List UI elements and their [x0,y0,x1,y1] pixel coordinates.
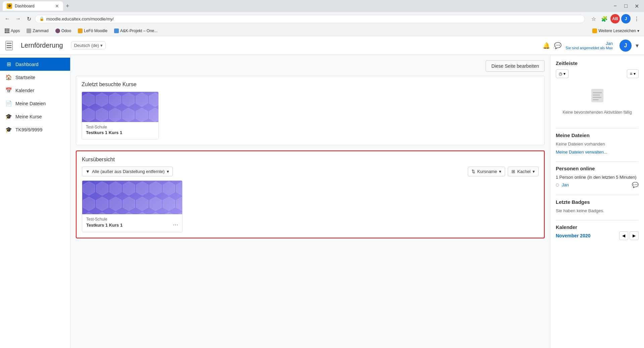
calendar-prev-button[interactable]: ◀ [619,231,628,240]
sidebar-label-dateien: Meine Dateien [15,101,46,106]
badges-title: Letzte Badges [556,199,639,205]
sort-label: Kursname [477,169,497,174]
filters-row: ▼ Alle (außer aus Darstellung entfernte)… [82,167,539,176]
view-chevron-icon: ▾ [533,169,535,174]
chat-bubble-icon[interactable]: 💬 [632,182,639,188]
view-label: Kachel [517,169,531,174]
course-card-thumbnail [82,181,182,214]
user-menu-chevron[interactable]: ▾ [636,42,639,49]
recently-visited-section: Zuletzt besuchte Kurse [76,76,545,145]
maximize-button[interactable]: □ [621,1,631,11]
messages-button[interactable]: 💬 [554,42,561,49]
list-sort-icon: ≡ [630,71,632,76]
sidebar-item-kalender[interactable]: 📅 Kalender [0,84,70,97]
zeitleiste-time-button[interactable]: ◷ ▾ [556,69,568,78]
online-status-indicator [556,183,559,187]
svg-rect-7 [593,97,601,98]
bookmark-lefo[interactable]: LeFö Moodle [76,28,109,34]
bookmark-odoo[interactable]: Odoo [53,28,73,34]
online-user-name[interactable]: Jan [562,182,569,187]
top-nav: ☰ Lernförderung Deutsch (de) ▾ 🔔 💬 Jan S… [0,36,644,55]
right-sidebar: Zeitleiste ◷ ▾ ≡ ▾ [550,55,644,348]
weitere-lesezeichen-label: Weitere Lesezeichen [598,28,636,33]
sidebar-item-startseite[interactable]: 🏠 Startseite [0,71,70,84]
apps-label: Apps [11,28,20,33]
divider-2 [556,161,639,162]
sidebar-label-dashboard: Dashboard [15,62,39,67]
notifications-button[interactable]: 🔔 [543,42,550,49]
course-card-category: Test-Schule [86,217,178,222]
tk99-icon: 🎓 [5,126,12,133]
user-avatar[interactable]: J [620,40,632,52]
sidebar-label-tk99: TK99/9/9999 [15,127,42,132]
lefo-favicon [78,28,83,33]
minimize-button[interactable]: − [610,1,620,11]
sidebar-item-meine-dateien[interactable]: 📄 Meine Dateien [0,97,70,110]
recently-visited-title: Zuletzt besuchte Kurse [82,81,539,88]
filter-dropdown-button[interactable]: ▼ Alle (außer aus Darstellung entfernte)… [82,167,173,176]
forward-button[interactable]: → [13,14,23,23]
view-button[interactable]: ⊞ Kachel ▾ [508,167,539,176]
sidebar-label-startseite: Startseite [15,75,35,80]
calendar-month: November 2020 [556,233,591,238]
address-bar[interactable]: 🔒 moodle.educaltex.com/moodle/my/ [35,15,585,23]
dateien-manage-link[interactable]: Meine Dateien verwalten... [556,150,607,155]
sort-button[interactable]: ⇅ Kursname ▾ [468,167,505,176]
avatar-letter: J [624,43,627,49]
kursübersicht-title: Kursübersicht [82,157,539,163]
dateien-widget-title: Meine Dateien [556,132,639,138]
recent-course-card[interactable]: Test-Schule Testkurs 1 Kurs 1 [82,92,159,139]
sidebar: ⊞ Dashboard 🏠 Startseite 📅 Kalender 📄 Me… [0,55,70,348]
course-thumb-large-pattern [82,181,182,214]
content-area: Diese Seite bearbeiten Zuletzt besuchte … [70,55,550,348]
bookmark-star-button[interactable]: ☆ [589,14,598,23]
menu-toggle-button[interactable]: ☰ [5,41,13,50]
weitere-lesezeichen[interactable]: Weitere Lesezeichen ▾ [590,28,641,34]
zammad-label: Zammad [33,28,48,33]
tab-close-button[interactable]: ✕ [55,3,59,9]
svg-rect-1 [82,92,158,122]
divider-3 [556,195,639,195]
bookmark-apps[interactable]: Apps [3,28,22,34]
sidebar-label-kurse: Meine Kurse [15,114,42,119]
personen-online-widget: Personen online 1 Person online (in den … [556,166,639,188]
zeitleiste-title: Zeitleiste [556,60,639,66]
url-text: moodle.educaltex.com/moodle/my/ [46,16,114,21]
lefo-label: LeFö Moodle [84,28,107,33]
new-tab-button[interactable]: + [63,3,72,10]
chevron-down-icon: ▾ [637,28,639,33]
apps-grid-icon [5,28,9,33]
course-card[interactable]: Test-Schule Testkurs 1 Kurs 1 ⋯ [82,180,183,232]
bookmark-zammad[interactable]: Zammad [24,28,50,34]
extensions-button[interactable]: 🧩 [600,14,609,23]
zammad-favicon [27,28,31,33]
close-button[interactable]: ✕ [632,1,641,11]
odoo-favicon [55,28,60,33]
user-info: Jan Sie sind angemeldet als Max [565,41,613,50]
ak-label: A&K-Projekt – One... [120,28,157,33]
zeitleiste-widget: Zeitleiste ◷ ▾ ≡ ▾ [556,60,639,121]
grid-icon: ⊞ [511,169,515,174]
language-label: Deutsch (de) [74,43,99,48]
sidebar-item-tk99[interactable]: 🎓 TK99/9/9999 [0,123,70,136]
bookmark-ak[interactable]: A&K-Projekt – One... [112,28,159,34]
sidebar-item-dashboard[interactable]: ⊞ Dashboard [0,58,70,71]
personen-online-title: Personen online [556,166,639,171]
back-button[interactable]: ← [3,14,12,23]
reload-button[interactable]: ↻ [24,14,34,23]
sidebar-nav: ⊞ Dashboard 🏠 Startseite 📅 Kalender 📄 Me… [0,55,70,139]
sidebar-item-meine-kurse[interactable]: 🎓 Meine Kurse [0,110,70,123]
zeitleiste-sort-button[interactable]: ≡ ▾ [627,69,639,78]
edit-page-button[interactable]: Diese Seite bearbeiten [486,60,545,72]
course-thumb-pattern [82,92,158,122]
calendar-next-button[interactable]: ▶ [630,231,639,240]
sidebar-label-kalender: Kalender [15,88,34,93]
profile-icon-red: AB [610,14,620,23]
home-icon: 🏠 [5,74,12,80]
language-selector[interactable]: Deutsch (de) ▾ [71,42,106,49]
course-menu-button[interactable]: ⋯ [173,222,178,228]
svg-rect-3 [82,181,182,214]
menu-button[interactable]: ⋮ [632,14,641,23]
browser-tab[interactable]: 🎓 Dashboard ✕ [3,1,63,11]
filter-chevron-icon: ▾ [167,169,169,174]
